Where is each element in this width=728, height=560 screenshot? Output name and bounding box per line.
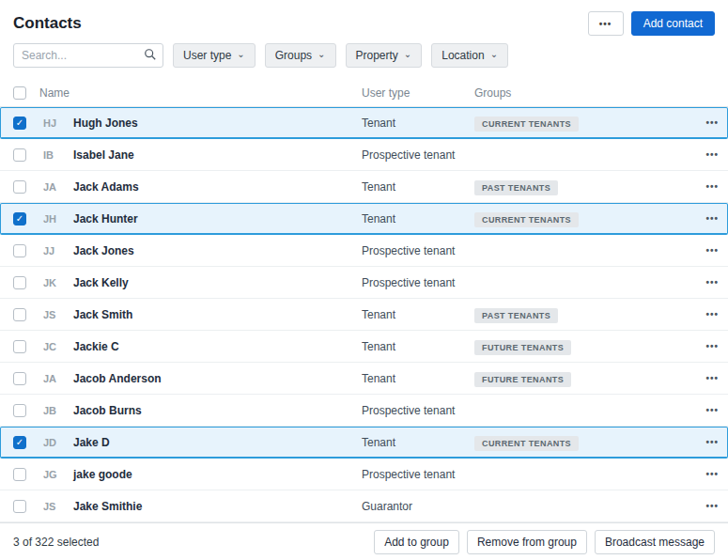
avatar-initials: HJ [36, 117, 70, 129]
group-badge: FUTURE TENANTS [474, 372, 571, 387]
table-row[interactable]: JSJake SmithieGuarantor••• [0, 490, 728, 522]
contact-name: Jacob Anderson [70, 372, 362, 385]
avatar-initials: JD [36, 437, 70, 448]
user-type: Tenant [362, 117, 474, 130]
table-row[interactable]: JGjake goodeProspective tenant••• [0, 459, 728, 490]
contact-name: jake goode [70, 468, 362, 481]
group-badge: CURRENT TENANTS [474, 117, 579, 132]
group-badge: PAST TENANTS [474, 308, 558, 323]
group-badges: FUTURE TENANTS [474, 337, 690, 355]
select-all-checkbox[interactable] [13, 86, 26, 100]
avatar-initials: JG [36, 469, 70, 480]
row-checkbox[interactable] [13, 500, 26, 513]
filter-user-type[interactable]: User type ⌄ [173, 43, 256, 68]
chevron-down-icon: ⌄ [318, 50, 325, 59]
row-menu-button[interactable]: ••• [690, 373, 719, 383]
filter-location[interactable]: Location ⌄ [431, 43, 508, 68]
table-row[interactable]: JJJack JonesProspective tenant••• [0, 235, 728, 267]
row-menu-button[interactable]: ••• [690, 277, 719, 288]
group-badges: CURRENT TENANTS [474, 210, 690, 227]
row-checkbox[interactable]: ✓ [13, 117, 26, 130]
avatar-initials: IB [36, 149, 70, 161]
chevron-down-icon: ⌄ [237, 50, 244, 59]
row-checkbox[interactable] [13, 308, 26, 321]
row-checkbox[interactable] [13, 180, 26, 194]
contact-name: Jake D [70, 436, 362, 449]
user-type: Tenant [362, 180, 474, 194]
avatar-initials: JB [36, 405, 70, 416]
contact-name: Jake Smithie [70, 500, 362, 513]
add-to-group-button[interactable]: Add to group [374, 530, 459, 554]
row-checkbox[interactable]: ✓ [13, 436, 26, 449]
row-menu-button[interactable]: ••• [690, 501, 719, 511]
user-type: Tenant [362, 212, 474, 226]
filter-bar: User type ⌄ Groups ⌄ Property ⌄ Location… [0, 38, 728, 68]
row-menu-button[interactable]: ••• [690, 405, 719, 415]
remove-from-group-button[interactable]: Remove from group [467, 530, 587, 554]
row-checkbox[interactable] [13, 244, 26, 257]
table-row[interactable]: JAJack AdamsTenantPAST TENANTS••• [0, 171, 728, 203]
column-header-groups: Groups [474, 86, 690, 100]
filter-location-label: Location [441, 49, 484, 62]
contact-name: Jacob Burns [70, 404, 362, 417]
search-input[interactable] [13, 43, 163, 68]
group-badge: FUTURE TENANTS [474, 340, 571, 355]
table-row[interactable]: JCJackie CTenantFUTURE TENANTS••• [0, 331, 728, 363]
contact-name: Jack Hunter [70, 212, 362, 226]
group-badge: CURRENT TENANTS [474, 212, 579, 227]
contact-name: Hugh Jones [70, 117, 362, 130]
contact-name: Jack Kelly [70, 276, 362, 289]
row-menu-button[interactable]: ••• [690, 117, 719, 128]
table-row[interactable]: JKJack KellyProspective tenant••• [0, 267, 728, 299]
table-row[interactable]: JSJack SmithTenantPAST TENANTS••• [0, 299, 728, 331]
row-checkbox[interactable] [13, 372, 26, 385]
row-menu-button[interactable]: ••• [690, 181, 719, 192]
row-checkbox[interactable] [13, 404, 26, 417]
footer-actions: Add to group Remove from group Broadcast… [374, 530, 715, 554]
table-row[interactable]: JBJacob BurnsProspective tenant••• [0, 395, 728, 427]
table-row[interactable]: JAJacob AndersonTenantFUTURE TENANTS••• [0, 363, 728, 395]
table-row[interactable]: ✓JHJack HunterTenantCURRENT TENANTS••• [0, 203, 728, 235]
group-badge: PAST TENANTS [474, 180, 558, 195]
group-badges: PAST TENANTS [474, 305, 690, 323]
user-type: Tenant [362, 340, 474, 353]
row-checkbox[interactable] [13, 148, 26, 162]
top-bar: Contacts ••• Add contact [0, 0, 728, 38]
row-menu-button[interactable]: ••• [690, 245, 719, 256]
filter-groups[interactable]: Groups ⌄ [265, 43, 336, 68]
filter-property-label: Property [356, 49, 398, 62]
broadcast-message-button[interactable]: Broadcast message [595, 530, 715, 554]
search-box [13, 43, 163, 68]
row-checkbox[interactable] [13, 276, 26, 289]
row-checkbox[interactable]: ✓ [13, 212, 26, 226]
row-menu-button[interactable]: ••• [690, 213, 719, 224]
user-type: Prospective tenant [362, 276, 474, 289]
row-menu-button[interactable]: ••• [690, 149, 719, 160]
more-options-button[interactable]: ••• [588, 11, 624, 36]
column-header-name: Name [36, 86, 362, 100]
row-menu-button[interactable]: ••• [690, 469, 719, 479]
user-type: Prospective tenant [362, 148, 474, 162]
contact-rows: ✓HJHugh JonesTenantCURRENT TENANTS•••IBI… [0, 107, 728, 522]
row-checkbox[interactable] [13, 468, 26, 481]
avatar-initials: JS [36, 309, 70, 320]
table-row[interactable]: IBIsabel JaneProspective tenant••• [0, 139, 728, 171]
contacts-page: Contacts ••• Add contact User type ⌄ Gro… [0, 0, 728, 560]
row-menu-button[interactable]: ••• [690, 309, 719, 319]
avatar-initials: JH [36, 213, 70, 225]
filter-property[interactable]: Property ⌄ [346, 43, 423, 68]
row-checkbox[interactable] [13, 340, 26, 353]
table-row[interactable]: ✓JDJake DTenantCURRENT TENANTS••• [0, 427, 728, 459]
group-badges: PAST TENANTS [474, 178, 690, 195]
row-menu-button[interactable]: ••• [690, 437, 719, 447]
chevron-down-icon: ⌄ [490, 50, 498, 59]
add-contact-button[interactable]: Add contact [631, 11, 715, 36]
avatar-initials: JJ [36, 245, 70, 257]
filter-groups-label: Groups [275, 49, 312, 62]
search-icon [144, 48, 157, 61]
selection-count: 3 of 322 selected [13, 536, 99, 549]
user-type: Prospective tenant [362, 468, 474, 481]
row-menu-button[interactable]: ••• [690, 341, 719, 351]
table-row[interactable]: ✓HJHugh JonesTenantCURRENT TENANTS••• [0, 107, 728, 139]
user-type: Tenant [362, 436, 474, 449]
